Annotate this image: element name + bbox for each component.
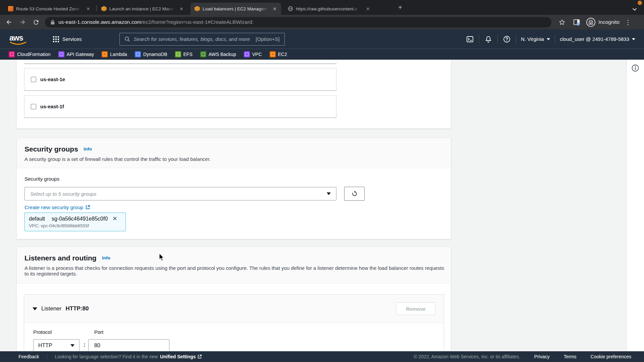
az-label: us-east-1f: [40, 104, 64, 109]
listener-card: Listener HTTP:80 Remove Protocol Port HT…: [24, 294, 444, 351]
bookmark-star-icon[interactable]: [557, 18, 566, 26]
help-icon[interactable]: [502, 35, 511, 44]
close-icon[interactable]: ✕: [178, 6, 184, 12]
unified-settings-link[interactable]: Unified Settings: [160, 354, 202, 359]
divider: [516, 35, 516, 44]
cloudshell-icon[interactable]: [466, 35, 474, 44]
protocol-value: HTTP: [38, 343, 70, 349]
account-menu[interactable]: cloud_user @ 2491-4789-5833: [560, 36, 635, 42]
availability-zones-panel: us-east-1e us-east-1f: [16, 60, 451, 129]
section-title: Listeners and routing: [24, 254, 97, 262]
favorite-label: Lambda: [110, 52, 127, 57]
favorite-aws-backup[interactable]: AWS Backup: [200, 51, 236, 57]
tab-divider: [96, 5, 97, 11]
services-menu[interactable]: Services: [53, 36, 82, 42]
favorite-dynamodb[interactable]: DynamoDB: [135, 51, 167, 57]
ec2-icon: [195, 6, 200, 11]
info-link[interactable]: Info: [84, 146, 92, 152]
security-group-name: default: [29, 216, 45, 222]
console-footer: Feedback Looking for language selection?…: [0, 351, 644, 362]
listener-value: HTTP:80: [65, 305, 89, 312]
create-security-group-label: Create new security group: [24, 204, 83, 210]
terms-link[interactable]: Terms: [564, 354, 576, 359]
port-input[interactable]: 80: [88, 339, 169, 351]
recording-indicator-dot: [638, 1, 642, 5]
az-card-partial: [24, 60, 336, 64]
az-card-us-east-1e[interactable]: us-east-1e: [24, 68, 336, 90]
section-description: A listener is a process that checks for …: [24, 265, 444, 277]
tab-raw-githubusercontent[interactable]: https://raw.githubusercontent.c ✕: [284, 3, 374, 15]
divider: [47, 354, 47, 359]
remove-listener-button[interactable]: Remove: [396, 302, 435, 315]
az-card-us-east-1f[interactable]: us-east-1f: [24, 95, 336, 118]
protocol-select[interactable]: HTTP: [33, 339, 79, 351]
divider: [555, 35, 555, 44]
divider: [479, 35, 479, 44]
close-icon[interactable]: ✕: [272, 6, 278, 12]
refresh-button[interactable]: [344, 187, 365, 201]
favorite-vpc[interactable]: VPC: [244, 51, 262, 57]
help-panel-rail: [626, 60, 644, 351]
region-selector[interactable]: N. Virginia: [521, 36, 550, 42]
tab-title: Launch an instance | EC2 Manag: [109, 6, 176, 11]
feedback-link[interactable]: Feedback: [18, 354, 39, 359]
favorite-cloudformation[interactable]: CloudFormation: [9, 51, 51, 57]
az-checkbox-us-east-1e[interactable]: [31, 77, 36, 82]
tab-route53-console[interactable]: Route 53 Console Hosted Zone ✕: [4, 3, 95, 15]
favorite-ec2[interactable]: EC2: [270, 51, 287, 57]
services-label: Services: [62, 36, 82, 42]
side-panel-icon[interactable]: [572, 18, 581, 26]
console-search-input[interactable]: Search for services, features, blogs, do…: [119, 33, 285, 46]
token-remove-icon[interactable]: ✕: [112, 215, 117, 222]
efs-icon: [175, 51, 181, 57]
favorite-label: API Gateway: [67, 52, 94, 57]
security-group-id: sg-0a56c46491e85c0f0: [52, 216, 108, 222]
chevron-down-icon[interactable]: [632, 7, 637, 12]
collapse-triangle-icon[interactable]: [33, 307, 37, 310]
address-bar[interactable]: us-east-1.console.aws.amazon.com/ec2/hom…: [45, 17, 551, 27]
favorite-lambda[interactable]: Lambda: [102, 51, 127, 57]
notifications-bell-icon[interactable]: [484, 35, 493, 44]
aws-backup-icon: [200, 51, 206, 57]
footer-legal-links: © 2022, Amazon Web Services, Inc. or its…: [414, 354, 631, 359]
reload-icon[interactable]: [32, 18, 40, 26]
incognito-icon: [586, 18, 595, 27]
info-link[interactable]: Info: [102, 255, 110, 260]
favorite-label: AWS Backup: [209, 52, 236, 57]
incognito-label: Incognito: [598, 19, 620, 25]
chevron-down-icon: [632, 38, 635, 40]
new-tab-button[interactable]: +: [396, 4, 404, 11]
lock-icon: [50, 19, 55, 25]
az-checkbox-us-east-1f[interactable]: [31, 104, 36, 109]
forward-icon[interactable]: [18, 18, 27, 26]
tab-title: Route 53 Console Hosted Zone: [16, 6, 83, 11]
lambda-icon: [102, 51, 108, 57]
language-hint-text: Looking for language selection? Find it …: [55, 354, 158, 359]
browser-menu-icon[interactable]: ⋮: [625, 18, 631, 26]
search-icon: [124, 36, 130, 42]
security-group-token: default sg-0a56c46491e85c0f0 ✕ VPC: vpc-…: [24, 213, 126, 231]
tab-launch-instance[interactable]: Launch an instance | EC2 Manag ✕: [97, 3, 188, 15]
close-icon[interactable]: ✕: [85, 6, 91, 12]
privacy-link[interactable]: Privacy: [534, 354, 550, 359]
tab-load-balancers-active[interactable]: Load balancers | EC2 Manageme ✕: [191, 3, 281, 15]
favorite-efs[interactable]: EFS: [175, 51, 193, 57]
cloudformation-icon: [9, 51, 15, 57]
close-icon[interactable]: ✕: [365, 6, 371, 12]
info-icon[interactable]: [631, 64, 639, 72]
security-groups-select[interactable]: Select up to 5 security groups: [24, 187, 336, 200]
back-icon[interactable]: [5, 18, 13, 26]
create-security-group-link[interactable]: Create new security group: [24, 204, 90, 210]
globe-icon: [288, 6, 293, 11]
dynamodb-icon: [135, 51, 141, 57]
cookie-preferences-link[interactable]: Cookie preferences: [591, 354, 631, 359]
api-gateway-icon: [58, 51, 64, 57]
mouse-cursor: [158, 253, 165, 262]
favorite-api-gateway[interactable]: API Gateway: [58, 51, 94, 57]
security-groups-panel: Security groups Info A security group is…: [16, 138, 451, 239]
external-link-icon: [85, 205, 90, 210]
url-host: us-east-1.console.aws.amazon.com: [58, 19, 141, 25]
aws-logo[interactable]: aws: [9, 34, 27, 45]
url-path: /ec2/home?region=us-east-1#CreateALBWiza…: [141, 19, 254, 25]
ec2-shortcut-icon: [270, 51, 276, 57]
